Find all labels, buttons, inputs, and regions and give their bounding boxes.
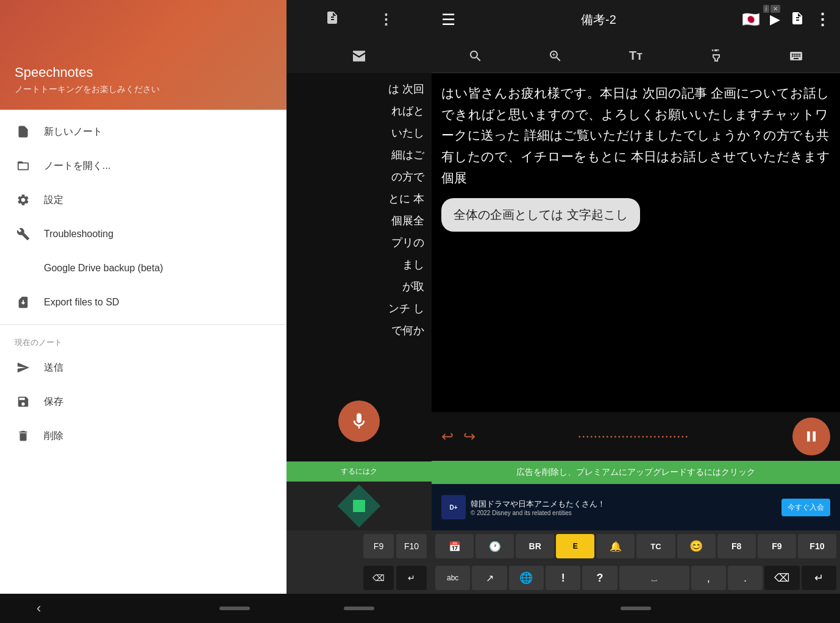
- center-add-icon[interactable]: [325, 10, 340, 29]
- key-exclaim[interactable]: !: [546, 566, 580, 590]
- key-enter[interactable]: ↵: [802, 566, 836, 590]
- center-line-11: ンチ し: [287, 297, 429, 319]
- key-clock[interactable]: 🕐: [475, 534, 514, 558]
- key-arrow-ne[interactable]: ↗: [472, 566, 507, 590]
- menu-item-troubleshooting[interactable]: Troubleshooting: [0, 217, 287, 251]
- note-content: はい皆さんお疲れ様です。本日は 次回の記事 企画についてお話しできればと思います…: [432, 73, 840, 412]
- ad-join-btn[interactable]: 今すぐ入会: [781, 499, 830, 516]
- key-tc[interactable]: TC: [636, 534, 675, 558]
- settings-label: 設定: [44, 194, 63, 207]
- drawer-header: Speechnotes ノートトーキングをお楽しみください: [0, 0, 287, 110]
- troubleshooting-label: Troubleshooting: [44, 229, 113, 240]
- drawer-menu: 新しいノート ノートを開く... 設定 Troubleshooting: [0, 110, 287, 594]
- center-line-3: いたし: [287, 122, 429, 144]
- diamond-icon: [341, 488, 377, 524]
- menu-item-new-note[interactable]: 新しいノート: [0, 115, 287, 149]
- key-br[interactable]: BR: [516, 534, 554, 558]
- play-icon[interactable]: ▶: [770, 12, 780, 27]
- key-bell[interactable]: 🔔: [596, 534, 635, 558]
- key-f8[interactable]: F8: [717, 534, 756, 558]
- delete-key-center[interactable]: ⌫: [363, 566, 394, 590]
- key-e-badge[interactable]: E: [556, 534, 594, 558]
- center-line-1: は 次回: [287, 78, 429, 100]
- delete-icon: [15, 427, 32, 444]
- key-delete[interactable]: ⌫: [764, 566, 799, 590]
- redo-icon[interactable]: ↪: [463, 428, 475, 445]
- ad-corner-buttons: i ✕: [763, 5, 780, 13]
- toolbar: Tт: [432, 39, 840, 73]
- keyboard-icon[interactable]: [757, 44, 835, 68]
- key-abc[interactable]: abc: [435, 566, 470, 590]
- key-question[interactable]: ?: [582, 566, 617, 590]
- key-smile[interactable]: 😊: [677, 534, 716, 558]
- drawer-panel: Speechnotes ノートトーキングをお楽しみください 新しいノート ノート…: [0, 0, 287, 623]
- center-more-icon[interactable]: ⋮: [379, 11, 393, 28]
- home-indicator-center: [344, 607, 374, 610]
- menu-item-settings[interactable]: 設定: [0, 183, 287, 217]
- key-calendar[interactable]: 📅: [435, 534, 474, 558]
- settings-icon: [15, 191, 32, 208]
- flag-icon[interactable]: 🇯🇵: [742, 11, 760, 28]
- center-line-8: プリの: [287, 232, 429, 254]
- export-sd-label: Export files to SD: [44, 297, 119, 308]
- open-note-label: ノートを開く...: [44, 160, 110, 173]
- menu-item-google-drive[interactable]: Google Drive backup (beta): [0, 251, 287, 285]
- center-bottom-nav: [287, 594, 432, 623]
- center-line-7: 個展全: [287, 210, 429, 232]
- center-panel: ⋮ は 次回 ればと いたし 細はご の方で とに 本 個展全 プリの まし が…: [287, 0, 432, 623]
- key-f10[interactable]: F10: [798, 534, 836, 558]
- bottom-controls: ↩ ↪ ••••••••••••••••••••••••••••: [432, 412, 840, 461]
- key-space[interactable]: ⎵: [619, 566, 689, 590]
- hamburger-icon[interactable]: ☰: [441, 10, 455, 29]
- undo-icon[interactable]: ↩: [441, 428, 454, 445]
- troubleshooting-icon: [15, 226, 32, 243]
- more-options-icon[interactable]: ⋮: [814, 10, 830, 29]
- key-globe[interactable]: 🌐: [509, 566, 544, 590]
- fab-mic-center[interactable]: [338, 400, 380, 442]
- keyboard-row1: 📅 🕐 BR E 🔔 TC 😊 F8 F9 F10: [432, 530, 840, 562]
- google-drive-label: Google Drive backup (beta): [44, 263, 163, 274]
- center-ad-text: するにはク: [287, 461, 432, 482]
- menu-item-save[interactable]: 保存: [0, 385, 287, 419]
- key-comma[interactable]: ,: [691, 566, 726, 590]
- f9-key[interactable]: F9: [363, 534, 394, 558]
- menu-divider: [0, 324, 287, 325]
- save-icon: [15, 393, 32, 410]
- center-content: は 次回 ればと いたし 細はご の方で とに 本 個展全 プリの まし が取 …: [287, 73, 432, 396]
- center-line-6: とに 本: [287, 188, 429, 210]
- menu-item-send[interactable]: 送信: [0, 351, 287, 385]
- right-bottom-nav: [432, 594, 840, 623]
- right-panel: ☰ 備考-2 🇯🇵 ▶ ⋮ Tт: [432, 0, 840, 623]
- delete-label: 削除: [44, 430, 63, 443]
- menu-item-delete[interactable]: 削除: [0, 419, 287, 453]
- text-size-icon[interactable]: Tт: [597, 44, 675, 68]
- add-file-icon[interactable]: [790, 11, 805, 29]
- key-period[interactable]: .: [728, 566, 763, 590]
- ad-sub-text: 韓国ドラマや日本アニメもたくさん！ © 2022 Disney and its …: [471, 499, 777, 516]
- note-text[interactable]: はい皆さんお疲れ様です。本日は 次回の記事 企画についてお話しできればと思います…: [441, 83, 830, 188]
- key-f9[interactable]: F9: [758, 534, 796, 558]
- back-button-left[interactable]: ‹: [37, 600, 41, 616]
- left-bottom-nav: ‹: [0, 594, 287, 623]
- menu-item-open-note[interactable]: ノートを開く...: [0, 149, 287, 183]
- enter-key-center[interactable]: ↵: [396, 566, 427, 590]
- search-icon[interactable]: [436, 44, 514, 68]
- center-line-9: まし: [287, 254, 429, 276]
- fab-pause[interactable]: [792, 418, 830, 455]
- open-note-icon: [15, 157, 32, 174]
- send-icon: [15, 359, 32, 376]
- search-zoom-icon[interactable]: [517, 44, 595, 68]
- app-subtitle: ノートトーキングをお楽しみください: [15, 84, 272, 95]
- ad-image: D+ 韓国ドラマや日本アニメもたくさん！ © 2022 Disney and i…: [432, 484, 840, 530]
- center-line-10: が取: [287, 276, 429, 297]
- menu-item-export-sd[interactable]: Export files to SD: [0, 285, 287, 319]
- current-note-section: 現在のノート: [0, 330, 287, 351]
- center-line-5: の方で: [287, 166, 429, 188]
- keyboard-row2: abc ↗ 🌐 ! ? ⎵ , . ⌫ ↵: [432, 562, 840, 594]
- f10-key[interactable]: F10: [396, 534, 427, 558]
- home-indicator-left: [219, 607, 250, 610]
- center-top-bar: ⋮: [287, 0, 432, 39]
- center-line-2: ればと: [287, 100, 429, 122]
- ad-banner[interactable]: 広告を削除し、プレミアムにアップグレードするにはクリック: [432, 461, 840, 484]
- highlight-icon[interactable]: [677, 44, 755, 68]
